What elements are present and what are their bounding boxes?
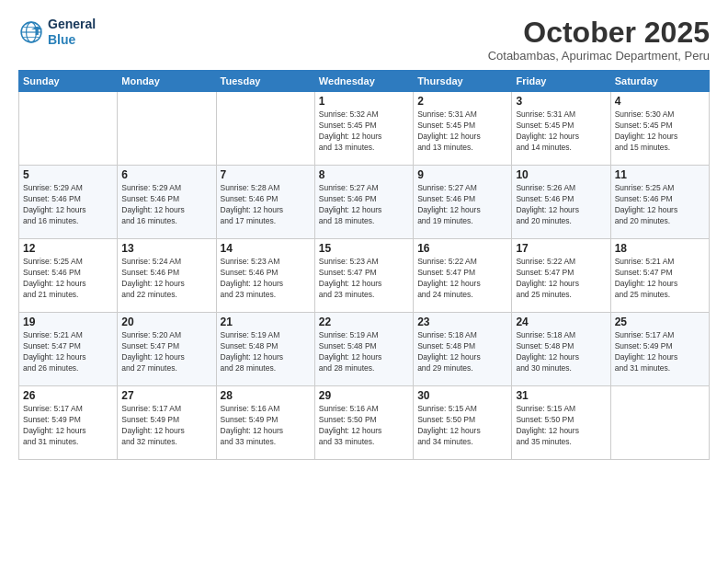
day-info: Sunrise: 5:29 AMSunset: 5:46 PMDaylight:… bbox=[23, 183, 113, 227]
header: General Blue October 2025 Cotabambas, Ap… bbox=[18, 17, 710, 63]
calendar-header: SundayMondayTuesdayWednesdayThursdayFrid… bbox=[19, 71, 710, 92]
title-block: October 2025 Cotabambas, Apurimac Depart… bbox=[488, 17, 710, 63]
day-number: 22 bbox=[319, 316, 409, 328]
calendar-cell: 8Sunrise: 5:27 AMSunset: 5:46 PMDaylight… bbox=[314, 166, 413, 239]
calendar-cell: 27Sunrise: 5:17 AMSunset: 5:49 PMDayligh… bbox=[118, 386, 216, 460]
calendar-cell: 15Sunrise: 5:23 AMSunset: 5:47 PMDayligh… bbox=[314, 239, 413, 313]
calendar-cell: 20Sunrise: 5:20 AMSunset: 5:47 PMDayligh… bbox=[118, 313, 216, 386]
calendar-cell: 16Sunrise: 5:22 AMSunset: 5:47 PMDayligh… bbox=[414, 239, 512, 313]
day-info: Sunrise: 5:21 AMSunset: 5:47 PMDaylight:… bbox=[615, 257, 705, 301]
weekday-header-sunday: Sunday bbox=[19, 71, 118, 92]
day-info: Sunrise: 5:22 AMSunset: 5:47 PMDaylight:… bbox=[516, 257, 606, 301]
calendar-cell: 31Sunrise: 5:15 AMSunset: 5:50 PMDayligh… bbox=[512, 386, 610, 460]
day-number: 29 bbox=[319, 389, 409, 402]
calendar-cell: 21Sunrise: 5:19 AMSunset: 5:48 PMDayligh… bbox=[216, 313, 314, 386]
calendar-cell: 7Sunrise: 5:28 AMSunset: 5:46 PMDaylight… bbox=[216, 166, 314, 239]
day-number: 3 bbox=[516, 95, 606, 108]
logo-icon bbox=[18, 19, 44, 45]
calendar-cell: 24Sunrise: 5:18 AMSunset: 5:48 PMDayligh… bbox=[512, 313, 610, 386]
calendar-cell: 10Sunrise: 5:26 AMSunset: 5:46 PMDayligh… bbox=[512, 166, 610, 239]
day-info: Sunrise: 5:18 AMSunset: 5:48 PMDaylight:… bbox=[516, 330, 606, 374]
weekday-row: SundayMondayTuesdayWednesdayThursdayFrid… bbox=[19, 71, 710, 92]
logo-line2: Blue bbox=[48, 32, 96, 48]
day-info: Sunrise: 5:22 AMSunset: 5:47 PMDaylight:… bbox=[417, 257, 507, 301]
day-info: Sunrise: 5:27 AMSunset: 5:46 PMDaylight:… bbox=[319, 183, 409, 227]
weekday-header-friday: Friday bbox=[512, 71, 610, 92]
weekday-header-saturday: Saturday bbox=[610, 71, 709, 92]
day-number: 13 bbox=[121, 242, 211, 255]
calendar-cell: 13Sunrise: 5:24 AMSunset: 5:46 PMDayligh… bbox=[118, 239, 216, 313]
day-number: 30 bbox=[417, 389, 507, 402]
calendar-cell bbox=[216, 92, 314, 166]
day-number: 6 bbox=[121, 168, 211, 181]
day-info: Sunrise: 5:31 AMSunset: 5:45 PMDaylight:… bbox=[417, 109, 507, 154]
day-info: Sunrise: 5:25 AMSunset: 5:46 PMDaylight:… bbox=[615, 183, 705, 227]
calendar-cell: 30Sunrise: 5:15 AMSunset: 5:50 PMDayligh… bbox=[414, 386, 512, 460]
day-info: Sunrise: 5:16 AMSunset: 5:49 PMDaylight:… bbox=[221, 404, 311, 448]
logo: General Blue bbox=[18, 17, 96, 48]
calendar-cell: 17Sunrise: 5:22 AMSunset: 5:47 PMDayligh… bbox=[512, 239, 610, 313]
day-info: Sunrise: 5:29 AMSunset: 5:46 PMDaylight:… bbox=[121, 183, 211, 227]
weekday-header-thursday: Thursday bbox=[414, 71, 512, 92]
day-number: 12 bbox=[23, 242, 113, 255]
calendar-week-row: 26Sunrise: 5:17 AMSunset: 5:49 PMDayligh… bbox=[19, 386, 710, 460]
day-info: Sunrise: 5:17 AMSunset: 5:49 PMDaylight:… bbox=[121, 404, 211, 448]
day-number: 23 bbox=[417, 316, 507, 328]
calendar-cell: 23Sunrise: 5:18 AMSunset: 5:48 PMDayligh… bbox=[414, 313, 512, 386]
calendar-cell: 3Sunrise: 5:31 AMSunset: 5:45 PMDaylight… bbox=[512, 92, 610, 166]
calendar-page: General Blue October 2025 Cotabambas, Ap… bbox=[0, 0, 728, 563]
day-info: Sunrise: 5:26 AMSunset: 5:46 PMDaylight:… bbox=[516, 183, 606, 227]
day-info: Sunrise: 5:30 AMSunset: 5:45 PMDaylight:… bbox=[615, 109, 705, 154]
day-info: Sunrise: 5:24 AMSunset: 5:46 PMDaylight:… bbox=[121, 257, 211, 301]
day-number: 1 bbox=[319, 95, 409, 108]
day-info: Sunrise: 5:32 AMSunset: 5:45 PMDaylight:… bbox=[319, 109, 409, 154]
day-number: 8 bbox=[319, 168, 409, 181]
calendar-cell: 9Sunrise: 5:27 AMSunset: 5:46 PMDaylight… bbox=[414, 166, 512, 239]
day-number: 4 bbox=[615, 95, 705, 108]
day-info: Sunrise: 5:31 AMSunset: 5:45 PMDaylight:… bbox=[516, 109, 606, 154]
day-number: 31 bbox=[516, 389, 606, 402]
day-info: Sunrise: 5:16 AMSunset: 5:50 PMDaylight:… bbox=[319, 404, 409, 448]
calendar-cell: 5Sunrise: 5:29 AMSunset: 5:46 PMDaylight… bbox=[19, 166, 118, 239]
day-number: 11 bbox=[615, 168, 705, 181]
day-info: Sunrise: 5:20 AMSunset: 5:47 PMDaylight:… bbox=[121, 330, 211, 374]
location-subtitle: Cotabambas, Apurimac Department, Peru bbox=[488, 49, 710, 63]
day-number: 28 bbox=[221, 389, 311, 402]
day-number: 20 bbox=[121, 316, 211, 328]
calendar-cell: 6Sunrise: 5:29 AMSunset: 5:46 PMDaylight… bbox=[118, 166, 216, 239]
weekday-header-wednesday: Wednesday bbox=[314, 71, 413, 92]
day-info: Sunrise: 5:17 AMSunset: 5:49 PMDaylight:… bbox=[615, 330, 705, 374]
calendar-cell: 2Sunrise: 5:31 AMSunset: 5:45 PMDaylight… bbox=[414, 92, 512, 166]
day-info: Sunrise: 5:23 AMSunset: 5:46 PMDaylight:… bbox=[221, 257, 311, 301]
weekday-header-monday: Monday bbox=[118, 71, 216, 92]
day-number: 7 bbox=[221, 168, 311, 181]
day-number: 18 bbox=[615, 242, 705, 255]
logo-text: General Blue bbox=[48, 17, 96, 48]
calendar-cell: 4Sunrise: 5:30 AMSunset: 5:45 PMDaylight… bbox=[610, 92, 709, 166]
day-number: 21 bbox=[221, 316, 311, 328]
weekday-header-tuesday: Tuesday bbox=[216, 71, 314, 92]
day-number: 19 bbox=[23, 316, 113, 328]
day-number: 16 bbox=[417, 242, 507, 255]
calendar-cell: 22Sunrise: 5:19 AMSunset: 5:48 PMDayligh… bbox=[314, 313, 413, 386]
calendar-cell: 26Sunrise: 5:17 AMSunset: 5:49 PMDayligh… bbox=[19, 386, 118, 460]
calendar-week-row: 12Sunrise: 5:25 AMSunset: 5:46 PMDayligh… bbox=[19, 239, 710, 313]
calendar-week-row: 1Sunrise: 5:32 AMSunset: 5:45 PMDaylight… bbox=[19, 92, 710, 166]
calendar-cell: 14Sunrise: 5:23 AMSunset: 5:46 PMDayligh… bbox=[216, 239, 314, 313]
calendar-table: SundayMondayTuesdayWednesdayThursdayFrid… bbox=[18, 70, 710, 460]
logo-line1: General bbox=[48, 17, 96, 32]
calendar-cell: 18Sunrise: 5:21 AMSunset: 5:47 PMDayligh… bbox=[610, 239, 709, 313]
month-title: October 2025 bbox=[488, 17, 710, 49]
day-info: Sunrise: 5:27 AMSunset: 5:46 PMDaylight:… bbox=[417, 183, 507, 227]
day-number: 10 bbox=[516, 168, 606, 181]
calendar-cell: 11Sunrise: 5:25 AMSunset: 5:46 PMDayligh… bbox=[610, 166, 709, 239]
calendar-cell: 12Sunrise: 5:25 AMSunset: 5:46 PMDayligh… bbox=[19, 239, 118, 313]
day-number: 26 bbox=[23, 389, 113, 402]
day-number: 24 bbox=[516, 316, 606, 328]
day-info: Sunrise: 5:15 AMSunset: 5:50 PMDaylight:… bbox=[417, 404, 507, 448]
day-number: 5 bbox=[23, 168, 113, 181]
day-number: 25 bbox=[615, 316, 705, 328]
calendar-cell: 28Sunrise: 5:16 AMSunset: 5:49 PMDayligh… bbox=[216, 386, 314, 460]
calendar-cell: 1Sunrise: 5:32 AMSunset: 5:45 PMDaylight… bbox=[314, 92, 413, 166]
day-info: Sunrise: 5:17 AMSunset: 5:49 PMDaylight:… bbox=[23, 404, 113, 448]
